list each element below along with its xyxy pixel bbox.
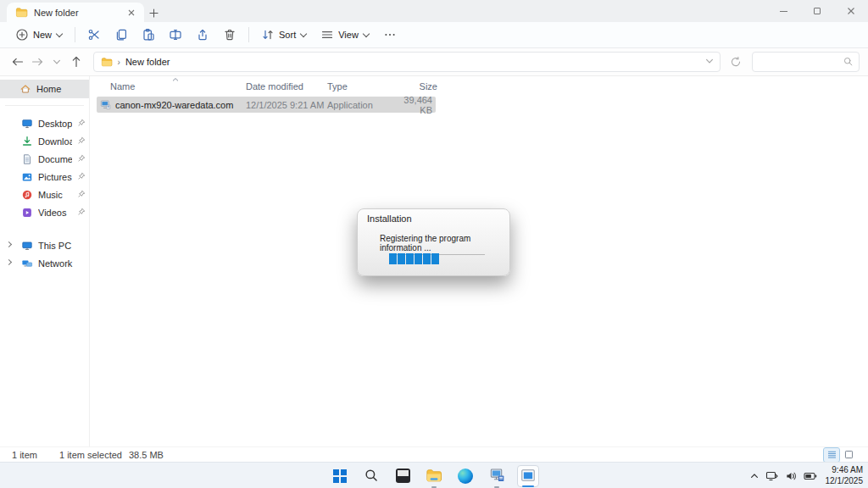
sidebar-item-network[interactable]: Network <box>0 254 89 272</box>
file-explorer-button[interactable] <box>423 465 445 487</box>
view-button[interactable]: View <box>314 24 376 46</box>
address-dropdown-chevron[interactable] <box>704 56 715 68</box>
taskbar-clock[interactable]: 9:46 AM 12/1/2025 <box>826 465 864 486</box>
sidebar-item-videos[interactable]: Videos <box>0 203 89 221</box>
up-button[interactable] <box>67 52 86 72</box>
tab-close-icon[interactable] <box>125 7 137 19</box>
paste-button[interactable] <box>135 24 162 46</box>
large-icons-view-icon[interactable] <box>841 448 856 462</box>
sidebar-item-pictures[interactable]: Pictures <box>0 168 89 186</box>
sidebar-item-desktop[interactable]: Desktop <box>0 114 89 132</box>
paste-icon <box>141 27 156 42</box>
installer-icon <box>489 467 505 485</box>
pin-icon <box>77 172 86 182</box>
installation-dialog[interactable]: Installation Registering the program inf… <box>357 208 510 276</box>
rename-icon <box>168 27 183 42</box>
minimize-button[interactable] <box>766 0 800 22</box>
documents-icon <box>20 152 33 165</box>
sidebar-item-label: Desktop <box>38 119 72 129</box>
sidebar-item-label: Videos <box>38 208 72 218</box>
folder-icon <box>14 5 29 20</box>
folder-icon <box>99 54 114 69</box>
back-button[interactable] <box>8 52 28 72</box>
details-view-icon[interactable] <box>824 448 839 462</box>
share-button[interactable] <box>189 24 216 46</box>
delete-button[interactable] <box>216 24 243 46</box>
sidebar-item-home[interactable]: Home <box>0 80 89 98</box>
sidebar-item-label: Network <box>38 258 86 269</box>
expand-chevron-icon[interactable] <box>6 241 12 247</box>
file-row[interactable]: canon-mx920-waredata.com 12/1/2025 9:21 … <box>97 97 436 113</box>
breadcrumb-location[interactable]: New folder <box>125 57 170 67</box>
battery-icon[interactable] <box>804 471 817 481</box>
forward-button[interactable] <box>28 52 47 72</box>
view-button-label: View <box>338 30 359 40</box>
chevron-up-icon[interactable] <box>749 471 760 481</box>
column-header-size[interactable]: Size <box>395 81 437 92</box>
sort-button-label: Sort <box>279 30 296 40</box>
sidebar-item-label: Downloads <box>38 136 72 147</box>
sidebar-item-this-pc[interactable]: This PC <box>0 236 89 254</box>
share-icon <box>195 27 210 42</box>
sidebar-item-downloads[interactable]: Downloads <box>0 132 89 150</box>
network-tray-icon[interactable] <box>765 470 779 482</box>
address-breadcrumb[interactable]: › New folder <box>93 52 721 72</box>
expand-chevron-icon[interactable] <box>6 259 12 265</box>
selection-count: 1 item selected <box>59 450 122 460</box>
music-icon <box>20 188 33 201</box>
close-button[interactable] <box>834 0 868 22</box>
view-toggles <box>824 448 856 462</box>
recent-locations-chevron[interactable] <box>47 52 67 72</box>
file-size-cell: 39,464 KB <box>395 95 432 115</box>
more-icon <box>382 27 398 42</box>
network-icon <box>20 257 33 269</box>
edge-button[interactable] <box>454 465 476 487</box>
progress-blocks <box>389 253 439 264</box>
sidebar-item-music[interactable]: Music <box>0 186 89 203</box>
navigation-pane: Home Desktop Downloads <box>0 76 90 446</box>
search-input[interactable] <box>758 57 843 67</box>
selection-size: 38.5 MB <box>129 450 164 460</box>
column-header-type[interactable]: Type <box>327 81 395 92</box>
photos-app-button[interactable] <box>392 465 414 487</box>
delete-icon <box>222 27 237 42</box>
sidebar-item-documents[interactable]: Documents <box>0 150 89 168</box>
explorer-tab[interactable]: New folder <box>7 3 144 22</box>
pin-icon <box>77 154 86 164</box>
sidebar-item-label: Home <box>36 84 86 94</box>
installation-progress-bar <box>389 253 485 265</box>
rename-button[interactable] <box>162 24 189 46</box>
search-icon <box>843 56 854 69</box>
pictures-icon <box>20 170 33 183</box>
item-count: 1 item <box>12 450 37 460</box>
sort-icon <box>260 27 275 42</box>
pin-icon <box>77 136 86 147</box>
start-button[interactable] <box>329 465 351 487</box>
start-icon <box>333 469 347 483</box>
search-box[interactable] <box>752 52 860 72</box>
more-options-button[interactable] <box>376 24 403 46</box>
pin-icon <box>77 190 86 200</box>
cut-button[interactable] <box>81 24 108 46</box>
refresh-button[interactable] <box>726 52 745 72</box>
installation-window-button[interactable] <box>517 465 539 487</box>
sort-button[interactable]: Sort <box>254 24 314 46</box>
speaker-icon[interactable] <box>785 470 798 482</box>
pin-icon <box>77 119 86 129</box>
column-header-date-modified[interactable]: Date modified <box>246 81 327 92</box>
maximize-button[interactable] <box>800 0 834 22</box>
installer-button[interactable] <box>486 465 508 487</box>
copy-button[interactable] <box>108 24 135 46</box>
sidebar-divider <box>5 105 84 106</box>
file-name-cell: canon-mx920-waredata.com <box>100 99 246 110</box>
toolbar-separator <box>248 27 249 42</box>
dialog-message: Registering the program information ... <box>358 224 509 252</box>
pin-icon <box>77 208 86 218</box>
command-toolbar: New <box>0 22 868 48</box>
file-explorer-icon <box>426 467 442 485</box>
new-tab-button[interactable] <box>144 3 163 22</box>
new-button[interactable]: New <box>8 24 70 46</box>
taskbar-search-button[interactable] <box>360 465 382 487</box>
sidebar-item-label: Pictures <box>38 172 72 182</box>
running-indicator <box>431 486 437 488</box>
